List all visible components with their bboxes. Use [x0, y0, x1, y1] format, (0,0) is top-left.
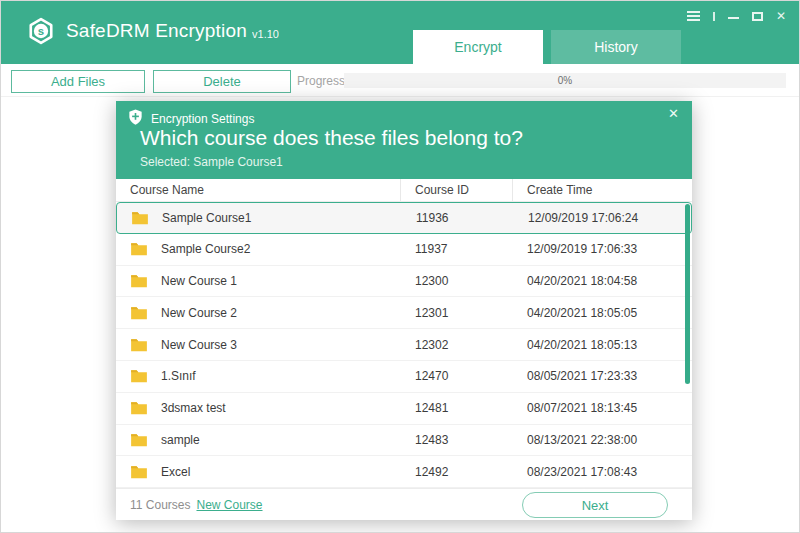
course-name: Excel [161, 465, 190, 479]
course-id: 11937 [401, 242, 513, 256]
course-id: 12481 [401, 401, 513, 415]
course-table-body: Sample Course1 11936 12/09/2019 17:06:24… [116, 202, 692, 488]
tab-bar: Encrypt History [413, 30, 681, 64]
folder-icon [130, 401, 148, 415]
course-id: 12483 [401, 433, 513, 447]
progress-bar: 0% [344, 73, 786, 88]
course-table-header: Course Name Course ID Create Time [116, 179, 692, 202]
course-id: 12302 [401, 338, 513, 352]
folder-icon [130, 369, 148, 383]
table-row[interactable]: New Course 3 12302 04/20/2021 18:05:13 [116, 329, 692, 361]
maximize-icon[interactable] [752, 12, 763, 21]
column-create-time: Create Time [513, 179, 692, 201]
brand: s SafeDRM Encryption v1.10 [27, 17, 279, 45]
next-button[interactable]: Next [522, 492, 668, 518]
table-row[interactable]: Sample Course1 11936 12/09/2019 17:06:24 [116, 202, 692, 234]
minimize-icon[interactable] [728, 17, 739, 19]
course-create-time: 04/20/2021 18:05:13 [513, 338, 692, 352]
folder-icon [130, 274, 148, 288]
new-course-link[interactable]: New Course [196, 498, 262, 512]
dialog-footer: 11 Courses New Course Next [116, 488, 692, 520]
add-files-button[interactable]: Add Files [11, 70, 145, 93]
course-id: 12300 [401, 274, 513, 288]
dialog-selected-course: Selected: Sample Course1 [140, 155, 283, 169]
course-name: Sample Course2 [161, 242, 250, 256]
course-name: New Course 3 [161, 338, 237, 352]
dialog-close-icon[interactable]: ✕ [668, 106, 679, 121]
progress-label: Progress [297, 74, 345, 88]
folder-icon [130, 242, 148, 256]
course-name: New Course 2 [161, 306, 237, 320]
course-create-time: 08/05/2021 17:23:33 [513, 369, 692, 383]
column-course-name: Course Name [116, 179, 401, 201]
controls-separator-icon [713, 12, 715, 21]
footer-left: 11 Courses New Course [130, 498, 263, 512]
table-row[interactable]: Sample Course2 11937 12/09/2019 17:06:33 [116, 234, 692, 266]
tab-history[interactable]: History [551, 30, 681, 64]
course-name: Sample Course1 [162, 211, 251, 225]
course-table: Sample Course1 11936 12/09/2019 17:06:24… [116, 202, 692, 488]
app-title: SafeDRM Encryption [66, 20, 247, 42]
window-controls: ✕ [687, 9, 786, 23]
course-name: 3dsmax test [161, 401, 226, 415]
course-create-time: 08/07/2021 18:13:45 [513, 401, 692, 415]
course-create-time: 08/13/2021 22:38:00 [513, 433, 692, 447]
table-row[interactable]: sample 12483 08/13/2021 22:38:00 [116, 425, 692, 457]
course-create-time: 04/20/2021 18:04:58 [513, 274, 692, 288]
course-id: 12492 [401, 465, 513, 479]
encryption-settings-dialog: Encryption Settings ✕ Which course does … [116, 101, 692, 520]
svg-text:s: s [38, 25, 44, 37]
tab-encrypt[interactable]: Encrypt [413, 30, 543, 64]
dialog-question: Which course does these files belong to? [140, 126, 523, 150]
folder-icon [130, 338, 148, 352]
safedrm-logo-icon: s [27, 17, 55, 45]
dialog-header: Encryption Settings ✕ Which course does … [116, 101, 692, 179]
app-header: s SafeDRM Encryption v1.10 ✕ Encrypt His… [1, 1, 799, 64]
folder-icon [131, 211, 149, 225]
course-id: 11936 [402, 211, 514, 225]
course-name: sample [161, 433, 200, 447]
folder-icon [130, 306, 148, 320]
course-name: 1.Sınıf [161, 369, 196, 383]
course-create-time: 12/09/2019 17:06:24 [514, 211, 691, 225]
folder-icon [130, 433, 148, 447]
table-scrollbar[interactable] [685, 204, 690, 384]
table-row[interactable]: 1.Sınıf 12470 08/05/2021 17:23:33 [116, 361, 692, 393]
table-row[interactable]: Excel 12492 08/23/2021 17:08:43 [116, 456, 692, 488]
course-name: New Course 1 [161, 274, 237, 288]
toolbar: Add Files Delete Progress 0% [1, 64, 799, 97]
app-version: v1.10 [252, 28, 279, 40]
course-create-time: 08/23/2021 17:08:43 [513, 465, 692, 479]
dialog-title: Encryption Settings [151, 112, 254, 126]
column-course-id: Course ID [401, 179, 513, 201]
menu-icon[interactable] [687, 9, 700, 23]
course-create-time: 12/09/2019 17:06:33 [513, 242, 692, 256]
course-id: 12470 [401, 369, 513, 383]
delete-button[interactable]: Delete [153, 70, 291, 93]
course-count: 11 Courses [130, 498, 190, 512]
table-row[interactable]: 3dsmax test 12481 08/07/2021 18:13:45 [116, 393, 692, 425]
course-create-time: 04/20/2021 18:05:05 [513, 306, 692, 320]
table-row[interactable]: New Course 1 12300 04/20/2021 18:04:58 [116, 266, 692, 298]
table-row[interactable]: New Course 2 12301 04/20/2021 18:05:05 [116, 297, 692, 329]
window-close-icon[interactable]: ✕ [776, 9, 786, 23]
folder-icon [130, 465, 148, 479]
progress-value: 0% [344, 73, 786, 88]
course-id: 12301 [401, 306, 513, 320]
